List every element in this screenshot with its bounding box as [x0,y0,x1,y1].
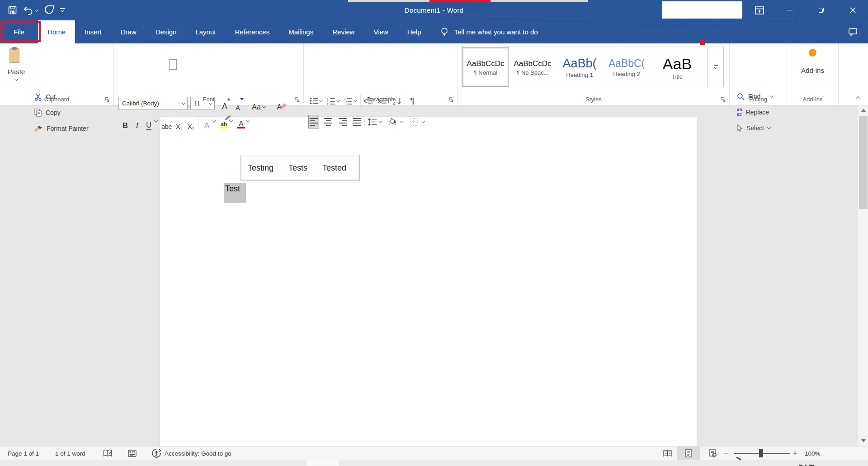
italic-button[interactable]: I [131,116,143,130]
strikethrough-button[interactable]: abe [160,116,173,130]
style-heading2[interactable]: AaBbC( Heading 2 [603,47,650,87]
zoom-in-button[interactable]: + [793,447,797,460]
proofing-status-button[interactable] [103,447,112,460]
paragraph-dialog-launcher[interactable] [448,97,454,103]
underline-icon: U [146,121,151,130]
collapse-ribbon-chevron [856,96,860,100]
replace-button[interactable]: ab ac Replace [737,107,769,118]
ribbon-display-options-button[interactable] [751,0,768,20]
collapse-ribbon-button[interactable] [853,94,863,102]
styles-group-label: Styles [458,96,729,103]
borders-button[interactable] [408,115,419,128]
top-edge-progress-artifact [348,0,588,2]
title-and-tabs-chrome: Document1 - Word [0,0,868,43]
text-effects-icon: A [204,121,209,130]
align-center-button[interactable] [323,115,334,128]
align-left-button[interactable] [308,115,319,128]
text-effects-button[interactable]: A [201,116,212,130]
shading-button[interactable] [388,115,400,128]
select-label: Select [746,124,764,132]
restore-window-button[interactable] [811,0,831,20]
bold-button[interactable]: B [119,116,131,130]
text-highlight-chevron[interactable] [229,119,233,122]
underline-chevron[interactable] [154,119,158,122]
text-highlight-button[interactable]: ab [218,116,230,130]
underline-button[interactable]: U [143,116,155,130]
zoom-level[interactable]: 100% [805,447,821,460]
scrollbar-thumb[interactable] [859,116,868,209]
font-color-chevron[interactable] [246,119,250,122]
subscript-button[interactable]: X2 [173,116,185,130]
line-spacing-chevron[interactable] [378,119,382,123]
document-page[interactable]: Testing Tests Tested Test [160,117,697,446]
tab-design[interactable]: Design [146,20,186,43]
zoom-slider-thumb[interactable] [759,449,763,457]
tab-review[interactable]: Review [323,20,364,43]
scroll-up-button[interactable] [858,105,868,115]
print-layout-button[interactable] [677,447,700,460]
suggestion-option-tested[interactable]: Tested [322,163,346,173]
tab-mailings[interactable]: Mailings [279,20,323,43]
tab-file[interactable]: File [0,20,38,43]
ribbon-tabs: File Home Insert Draw Design Layout Refe… [0,20,868,43]
ribbon-display-options-icon [755,6,764,14]
zoom-out-button[interactable]: − [724,447,729,460]
tab-insert-label: Insert [85,28,102,36]
copy-icon [34,109,42,117]
word-count[interactable]: 1 of 1 word [55,447,85,460]
tab-insert[interactable]: Insert [75,20,111,43]
accessibility-status-button[interactable]: Accessibility: Good to go [151,447,231,460]
minimize-button[interactable] [779,0,800,20]
close-button[interactable] [842,0,863,20]
paste-button[interactable]: Paste [5,47,28,90]
font-color-button[interactable]: A [235,116,247,130]
account-area[interactable] [662,1,742,19]
styles-more-button[interactable] [708,47,724,87]
tab-draw[interactable]: Draw [111,20,146,43]
web-layout-icon [708,449,717,457]
paste-label: Paste [8,68,25,76]
align-right-button[interactable] [337,115,348,128]
taskbar-highlight-segment [307,460,339,466]
superscript-button[interactable]: X2 [185,116,197,130]
paste-dropdown-chevron[interactable] [14,77,18,81]
page-indicator[interactable]: Page 1 of 1 [8,447,39,460]
scroll-down-button[interactable] [858,436,868,446]
style-no-spacing[interactable]: AaBbCcDc ¶ No Spac... [509,47,556,87]
tell-me-box[interactable]: Tell me what you want to do [441,20,538,43]
line-spacing-button[interactable] [367,115,378,128]
select-cursor-icon [737,124,743,132]
style-normal[interactable]: AaBbCcDc ¶ Normal [462,47,509,87]
clipboard-dialog-launcher[interactable] [104,97,110,103]
read-mode-button[interactable] [659,447,675,460]
select-chevron[interactable] [767,125,771,129]
font-dialog-launcher[interactable] [294,97,300,103]
tab-home[interactable]: Home [38,20,75,43]
tab-help[interactable]: Help [398,20,431,43]
style-title[interactable]: AaB Title [650,47,704,87]
text-effects-chevron[interactable] [212,119,216,122]
justify-button[interactable] [352,115,363,128]
feedback-button[interactable] [844,20,862,43]
suggestion-option-testing[interactable]: Testing [248,163,274,173]
suggestion-option-tests[interactable]: Tests [288,163,307,173]
web-layout-button[interactable] [704,447,721,460]
shading-chevron[interactable] [400,119,404,123]
style-heading1[interactable]: AaBb( Heading 1 [556,47,603,87]
tab-layout[interactable]: Layout [186,20,225,43]
addins-button[interactable]: Add-ins [787,49,838,74]
vertical-scrollbar[interactable] [858,105,868,446]
tab-view[interactable]: View [364,20,397,43]
addins-group-label: Add-ins [787,96,838,103]
select-button[interactable]: Select [737,123,770,133]
tab-references[interactable]: References [225,20,279,43]
proofing-book-icon [103,450,112,457]
macro-recording-button[interactable] [128,447,137,460]
copy-button[interactable]: Copy [34,107,61,118]
tell-me-label: Tell me what you want to do [454,28,538,36]
borders-chevron[interactable] [421,119,425,123]
styles-gallery: AaBbCcDc ¶ Normal AaBbCcDc ¶ No Spac... … [462,47,706,87]
format-painter-button[interactable]: Format Painter [34,123,89,134]
styles-dialog-launcher[interactable] [720,97,726,103]
selected-text[interactable]: Test [224,183,246,203]
